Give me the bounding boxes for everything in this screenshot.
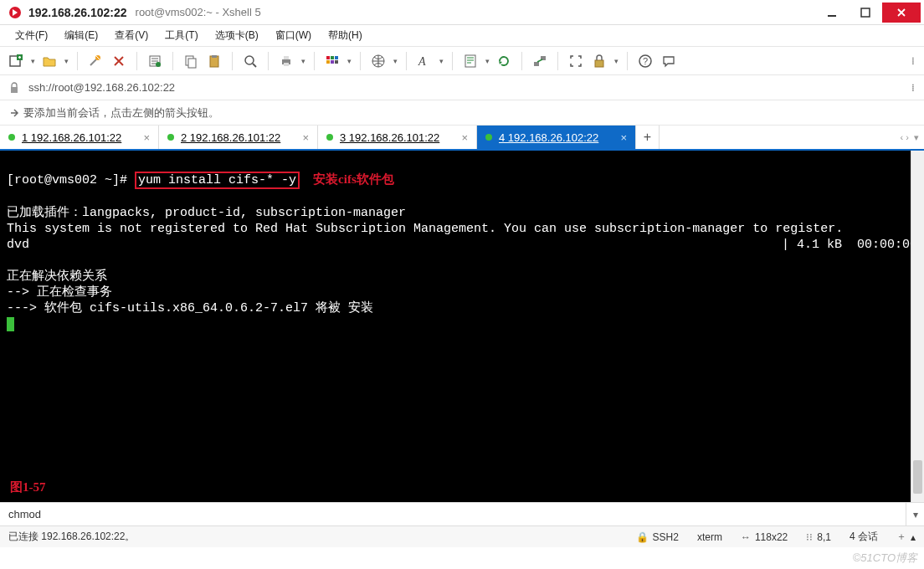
terminal-command: yum install cifs-* -y	[135, 172, 300, 189]
separator	[360, 52, 361, 70]
separator	[232, 52, 233, 70]
toolbar-overflow-icon[interactable]: ⁞	[907, 55, 919, 67]
close-icon[interactable]: ×	[461, 131, 468, 144]
open-session-icon[interactable]	[38, 50, 60, 72]
paste-icon[interactable]	[203, 50, 225, 72]
status-connection: 已连接 192.168.26.102:22。	[8, 530, 618, 544]
svg-rect-20	[331, 60, 334, 64]
close-icon[interactable]: ×	[143, 131, 150, 144]
dropdown-icon[interactable]: ▾	[299, 57, 307, 65]
title-ip: 192.168.26.102:22	[28, 6, 127, 19]
session-tab-2[interactable]: 2 192.168.26.101:22 ×	[159, 126, 318, 149]
separator	[406, 52, 407, 70]
font-icon[interactable]: A	[413, 50, 435, 72]
svg-rect-27	[595, 60, 603, 67]
compose-input[interactable]: chmod	[0, 503, 906, 525]
status-ssh: 🔒SSH2	[636, 531, 679, 543]
terminal-area: [root@vms002 ~]# yum install cifs-* -y安装…	[0, 151, 924, 502]
separator	[627, 52, 628, 70]
svg-rect-9	[188, 59, 196, 68]
terminal[interactable]: [root@vms002 ~]# yum install cifs-* -y安装…	[0, 151, 924, 502]
status-dot-icon	[326, 134, 333, 141]
terminal-scrollbar[interactable]	[911, 151, 924, 502]
properties-icon[interactable]	[144, 50, 166, 72]
find-icon[interactable]	[239, 50, 261, 72]
terminal-annotation: 安装cifs软件包	[313, 172, 394, 186]
terminal-line: 正在解决依赖关系	[7, 269, 107, 284]
session-tab-1[interactable]: 1 192.168.26.101:22 ×	[0, 126, 159, 149]
terminal-prompt: [root@vms002 ~]#	[7, 173, 127, 187]
arrow-right-icon[interactable]	[5, 107, 23, 119]
tab-nav-dropdown-icon[interactable]: ▾	[914, 132, 919, 143]
session-tab-4[interactable]: 4 192.168.26.102:22 ×	[477, 126, 636, 149]
chat-icon[interactable]	[658, 50, 680, 72]
window-controls	[815, 3, 921, 23]
separator	[136, 52, 137, 70]
status-dot-icon	[8, 134, 15, 141]
add-tab-button[interactable]: +	[636, 126, 660, 149]
menu-tools[interactable]: 工具(T)	[157, 26, 206, 45]
separator	[268, 52, 269, 70]
svg-point-7	[156, 62, 161, 67]
tab-nav-chevrons-icon[interactable]: ‹ ›	[901, 132, 909, 142]
tab-nav[interactable]: ‹ ›▾	[901, 126, 919, 149]
address-overflow-icon[interactable]: ⁞	[907, 82, 919, 94]
svg-rect-1	[828, 15, 836, 17]
lock-icon[interactable]	[588, 50, 610, 72]
status-extra[interactable]: ＋▴	[896, 530, 916, 544]
help-icon[interactable]: ?	[634, 50, 656, 72]
close-icon[interactable]: ×	[302, 131, 309, 144]
dropdown-icon[interactable]: ▾	[62, 57, 70, 65]
address-bar: ssh://root@192.168.26.102:22 ⁞	[0, 75, 924, 100]
separator	[314, 52, 315, 70]
svg-rect-2	[861, 8, 870, 17]
close-icon[interactable]: ×	[620, 131, 627, 144]
script-icon[interactable]	[459, 50, 481, 72]
status-term: xterm	[697, 531, 722, 543]
plus-icon[interactable]: ＋	[896, 530, 906, 544]
menu-window[interactable]: 窗口(W)	[267, 26, 320, 45]
dropdown-icon[interactable]: ▾	[345, 57, 353, 65]
dropdown-icon[interactable]: ▾	[483, 57, 491, 65]
svg-rect-11	[212, 55, 217, 58]
refresh-icon[interactable]	[493, 50, 515, 72]
menu-view[interactable]: 查看(V)	[106, 26, 157, 45]
compose-dropdown-icon[interactable]: ▾	[906, 503, 924, 525]
maximize-button[interactable]	[849, 3, 882, 23]
compose-bar: chmod ▾	[0, 502, 924, 525]
svg-rect-19	[326, 60, 330, 64]
tab-label: 4 192.168.26.102:22	[499, 131, 613, 144]
chevron-up-icon[interactable]: ▴	[911, 531, 916, 543]
figure-label: 图1-57	[10, 479, 46, 495]
title-subtitle: root@vms002:~ - Xshell 5	[136, 6, 261, 18]
connect-icon[interactable]	[85, 50, 106, 72]
close-button[interactable]	[882, 3, 921, 23]
transfer-icon[interactable]	[529, 50, 551, 72]
dropdown-icon[interactable]: ▾	[437, 57, 445, 65]
svg-rect-15	[284, 63, 289, 66]
disconnect-icon[interactable]	[108, 50, 130, 72]
lock-icon: 🔒	[636, 531, 649, 543]
address-field[interactable]: ssh://root@192.168.26.102:22	[23, 81, 907, 94]
scrollbar-handle[interactable]	[913, 460, 922, 494]
terminal-cursor	[7, 317, 14, 331]
print-icon[interactable]	[275, 50, 297, 72]
session-tab-3[interactable]: 3 192.168.26.101:22 ×	[318, 126, 477, 149]
new-session-icon[interactable]	[5, 50, 27, 72]
globe-icon[interactable]	[367, 50, 389, 72]
fullscreen-icon[interactable]	[565, 50, 587, 72]
svg-rect-18	[335, 56, 338, 59]
separator	[452, 52, 453, 70]
menu-file[interactable]: 文件(F)	[7, 26, 56, 45]
copy-icon[interactable]	[180, 50, 202, 72]
menu-tabs[interactable]: 选项卡(B)	[207, 26, 267, 45]
menu-help[interactable]: 帮助(H)	[320, 26, 371, 45]
dropdown-icon[interactable]: ▾	[391, 57, 399, 65]
terminal-line: This system is not registered to Red Hat…	[7, 222, 843, 236]
dropdown-icon[interactable]: ▾	[612, 57, 620, 65]
palette-icon[interactable]	[321, 50, 343, 72]
menu-edit[interactable]: 编辑(E)	[56, 26, 106, 45]
dropdown-icon[interactable]: ▾	[28, 57, 37, 65]
svg-rect-14	[284, 56, 289, 59]
minimize-button[interactable]	[815, 3, 849, 23]
